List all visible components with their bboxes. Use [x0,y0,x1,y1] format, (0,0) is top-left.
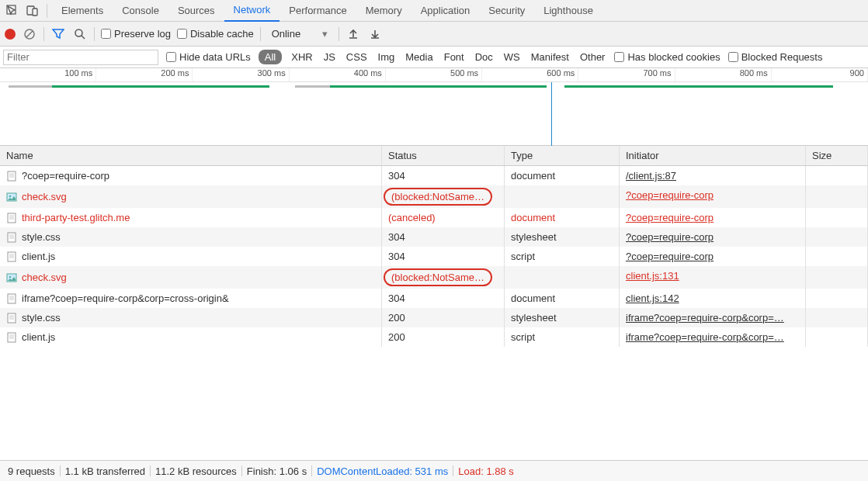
svg-rect-17 [8,233,16,242]
filter-type-all[interactable]: All [259,50,282,64]
tab-security[interactable]: Security [479,0,534,22]
cell-status: 200 [382,327,505,347]
cell-type: document [505,208,620,227]
inspect-icon[interactable] [3,2,22,20]
cell-name[interactable]: check.svg [0,266,382,289]
cell-initiator[interactable]: ?coep=require-corp [620,185,806,208]
cell-status: 304 [382,227,505,247]
cell-initiator[interactable]: client.js:142 [620,289,806,308]
table-header: Name Status Type Initiator Size [0,146,868,166]
tab-network[interactable]: Network [224,0,280,22]
hide-data-urls-checkbox[interactable]: Hide data URLs [166,51,251,63]
tab-sources[interactable]: Sources [168,0,224,22]
svg-rect-35 [8,333,16,342]
cell-name[interactable]: check.svg [0,185,382,208]
tab-lighthouse[interactable]: Lighthouse [534,0,602,22]
col-name[interactable]: Name [0,146,382,165]
col-size[interactable]: Size [806,146,868,165]
filter-type-other[interactable]: Other [578,50,607,64]
divider [241,465,242,476]
tab-elements[interactable]: Elements [52,0,113,22]
download-icon[interactable] [367,26,383,42]
tab-performance[interactable]: Performance [279,0,356,22]
timeline-overview[interactable]: 100 ms200 ms300 ms400 ms500 ms600 ms700 … [0,68,868,146]
tab-console[interactable]: Console [113,0,168,22]
tab-memory[interactable]: Memory [356,0,411,22]
filter-type-css[interactable]: CSS [345,50,369,64]
filter-type-ws[interactable]: WS [502,50,522,64]
has-blocked-cookies-label: Has blocked cookies [627,51,720,63]
status-transferred: 1.1 kB transferred [65,465,145,477]
cell-status: 304 [382,166,505,185]
filter-type-manifest[interactable]: Manifest [529,50,571,64]
cell-initiator[interactable]: /client.js:87 [620,166,806,185]
table-row[interactable]: check.svg(blocked:NotSame…?coep=require-… [0,185,868,208]
col-type[interactable]: Type [505,146,620,165]
cell-initiator[interactable]: ?coep=require-corp [620,227,806,247]
cell-name[interactable]: iframe?coep=require-corp&corp=cross-orig… [0,289,382,308]
blocked-requests-checkbox[interactable]: Blocked Requests [728,51,823,63]
cell-initiator[interactable]: iframe?coep=require-corp&corp=… [620,308,806,327]
filter-type-img[interactable]: Img [377,50,397,64]
hide-data-urls-label: Hide data URLs [179,51,251,63]
filter-type-xhr[interactable]: XHR [290,50,314,64]
search-icon[interactable] [72,26,88,42]
table-row[interactable]: style.css304stylesheet?coep=require-corp [0,227,868,247]
throttling-select[interactable]: Online ▾ [267,28,333,40]
cell-name[interactable]: style.css [0,308,382,327]
table-row[interactable]: style.css200stylesheetiframe?coep=requir… [0,308,868,327]
table-row[interactable]: iframe?coep=require-corp&corp=cross-orig… [0,289,868,308]
cell-status: 304 [382,247,505,266]
col-status[interactable]: Status [382,146,505,165]
filter-type-font[interactable]: Font [443,50,466,64]
table-row[interactable]: ?coep=require-corp304document/client.js:… [0,166,868,185]
status-requests: 9 requests [8,465,55,477]
record-button[interactable] [5,29,16,40]
cell-name[interactable]: client.js [0,247,382,266]
cell-name[interactable]: style.css [0,227,382,247]
disable-cache-checkbox[interactable]: Disable cache [177,28,254,40]
cell-initiator[interactable]: ?coep=require-corp [620,208,806,227]
cell-name[interactable]: ?coep=require-corp [0,166,382,185]
filter-input[interactable] [3,50,158,65]
cell-size [806,185,868,208]
filter-icon[interactable] [50,26,66,42]
status-resources: 11.2 kB resources [155,465,237,477]
svg-line-4 [26,31,33,37]
cell-initiator[interactable]: iframe?coep=require-corp&corp=… [620,327,806,347]
cell-status: 304 [382,289,505,308]
clear-icon[interactable] [22,26,37,42]
cell-initiator[interactable]: ?coep=require-corp [620,247,806,266]
cell-name[interactable]: third-party-test.glitch.me [0,208,382,227]
cell-name[interactable]: client.js [0,327,382,347]
filter-type-media[interactable]: Media [404,50,434,64]
divider [260,27,261,41]
timeline-tick: 200 ms [96,68,193,81]
table-row[interactable]: client.js200scriptiframe?coep=require-co… [0,327,868,347]
timeline-tick: 100 ms [0,68,96,81]
cell-size [806,327,868,347]
chevron-down-icon: ▾ [322,28,328,40]
table-row[interactable]: client.js304script?coep=require-corp [0,247,868,266]
status-domcontentloaded: DOMContentLoaded: 531 ms [317,465,448,477]
table-row[interactable]: third-party-test.glitch.me(canceled)docu… [0,208,868,227]
timeline-tick: 800 ms [675,68,772,81]
filter-type-js[interactable]: JS [322,50,337,64]
preserve-log-checkbox[interactable]: Preserve log [101,28,171,40]
table-row[interactable]: check.svg(blocked:NotSame…client.js:131 [0,266,868,289]
timeline-tick: 300 ms [193,68,289,81]
filter-bar: Hide data URLs AllXHRJSCSSImgMediaFontDo… [0,47,868,68]
cell-type [505,185,620,208]
tab-application[interactable]: Application [411,0,480,22]
status-bar: 9 requests 1.1 kB transferred 11.2 kB re… [0,461,868,481]
device-toggle-icon[interactable] [23,2,42,20]
cell-initiator[interactable]: client.js:131 [620,266,806,289]
main-tabs: ElementsConsoleSourcesNetworkPerformance… [0,0,868,22]
cell-type: stylesheet [505,308,620,327]
has-blocked-cookies-checkbox[interactable]: Has blocked cookies [614,51,720,63]
timeline-tick: 500 ms [386,68,482,81]
col-initiator[interactable]: Initiator [620,146,806,165]
timeline-tick: 400 ms [290,68,386,81]
upload-icon[interactable] [345,26,361,42]
filter-type-doc[interactable]: Doc [474,50,495,64]
